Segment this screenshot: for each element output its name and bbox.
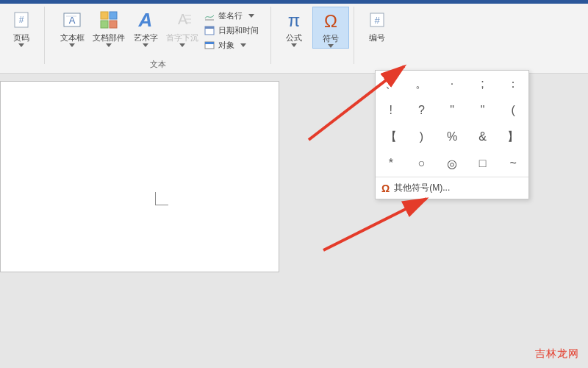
symbol-cell[interactable]: ： (498, 71, 528, 97)
signature-line-button[interactable]: 签名行 (201, 8, 262, 23)
document-canvas[interactable] (0, 81, 279, 272)
symbol-cell[interactable]: " (437, 97, 467, 124)
symbol-cell[interactable]: " (467, 97, 498, 124)
dropdown-icon (248, 14, 254, 18)
svg-text:#: # (19, 15, 24, 25)
dropdown-icon (240, 43, 246, 47)
drop-cap-label: 首字下沉 (166, 32, 198, 43)
symbol-cell[interactable]: · (437, 71, 467, 97)
page-number-icon: # (10, 8, 33, 32)
ribbon: # 页码 A 文本框 文档部件 A (0, 4, 588, 74)
separator (270, 7, 271, 64)
signature-icon (204, 10, 215, 21)
signature-line-label: 签名行 (218, 10, 243, 21)
object-icon (204, 39, 215, 51)
annotation-arrow (316, 191, 448, 258)
number-icon: # (365, 8, 389, 32)
symbol-cell[interactable]: 、 (376, 71, 406, 97)
number-label: 编号 (369, 32, 385, 43)
text-small-list: 签名行 日期和时间 对象 (201, 7, 262, 52)
quick-parts-label: 文档部件 (93, 32, 125, 43)
equation-icon: π (282, 8, 306, 32)
number-button[interactable]: # 编号 (359, 7, 395, 43)
equation-button[interactable]: π 公式 (276, 7, 312, 47)
wordart-label: 艺术字 (134, 32, 158, 43)
svg-rect-6 (110, 12, 117, 19)
dropdown-icon (328, 44, 334, 48)
dropdown-icon (143, 43, 148, 47)
svg-rect-8 (110, 21, 117, 28)
text-group-label: 文本 (49, 59, 266, 70)
date-time-label: 日期和时间 (218, 25, 259, 36)
svg-rect-5 (101, 12, 108, 19)
text-box-label: 文本框 (60, 32, 85, 43)
symbol-cell[interactable]: ; (467, 71, 498, 97)
more-symbols-button[interactable]: Ω 其他符号(M)... (376, 177, 528, 199)
equation-label: 公式 (286, 32, 302, 43)
quick-parts-button[interactable]: 文档部件 (90, 7, 127, 47)
symbol-label: 符号 (323, 33, 339, 44)
page-number-label: 页码 (13, 32, 29, 43)
symbol-cell[interactable]: ! (376, 97, 406, 124)
text-box-icon: A (60, 8, 84, 32)
wordart-button[interactable]: A 艺术字 (127, 7, 164, 47)
svg-rect-18 (205, 42, 214, 44)
wordart-icon: A (134, 8, 157, 32)
svg-line-24 (323, 199, 426, 250)
symbol-cell[interactable]: □ (467, 150, 498, 177)
dropdown-icon (69, 43, 75, 47)
separator (44, 7, 45, 64)
drop-cap-button[interactable]: A 首字下沉 (164, 7, 201, 47)
symbol-cell[interactable]: 。 (406, 71, 437, 97)
svg-rect-16 (205, 26, 214, 29)
symbol-cell[interactable]: ~ (498, 150, 528, 177)
drop-cap-icon: A (171, 8, 194, 32)
symbol-dropdown-panel: 、。·;：!?""(【)%&】*○◎□~ Ω 其他符号(M)... (375, 70, 529, 199)
more-symbols-label: 其他符号(M)... (394, 182, 450, 194)
page-number-button[interactable]: # 页码 (3, 7, 40, 47)
object-button[interactable]: 对象 (201, 38, 262, 52)
svg-text:#: # (374, 15, 380, 26)
symbol-icon: Ω (319, 9, 343, 32)
dropdown-icon (179, 43, 185, 47)
quick-parts-icon (97, 8, 121, 32)
omega-icon: Ω (381, 183, 390, 194)
symbol-cell[interactable]: ? (406, 97, 437, 124)
date-time-icon (204, 24, 215, 36)
dropdown-icon (106, 43, 112, 47)
svg-text:Ω: Ω (324, 11, 337, 31)
symbol-cell[interactable]: ◎ (437, 150, 467, 177)
symbol-cell[interactable]: 】 (498, 124, 528, 150)
svg-rect-7 (101, 21, 108, 28)
watermark: 吉林龙网 (535, 347, 579, 361)
symbol-cell[interactable]: 【 (376, 124, 406, 150)
symbol-button[interactable]: Ω 符号 (312, 7, 349, 49)
symbol-cell[interactable]: & (467, 124, 498, 150)
date-time-button[interactable]: 日期和时间 (201, 23, 262, 38)
svg-text:A: A (138, 9, 153, 31)
dropdown-icon (291, 43, 297, 47)
symbol-cell[interactable]: ( (498, 97, 528, 124)
dropdown-icon (18, 43, 24, 47)
symbol-cell[interactable]: % (437, 124, 467, 150)
text-cursor (155, 192, 168, 205)
svg-text:π: π (288, 10, 301, 30)
object-label: 对象 (218, 40, 234, 51)
text-box-button[interactable]: A 文本框 (54, 7, 90, 47)
symbol-grid: 、。·;：!?""(【)%&】*○◎□~ (376, 71, 528, 177)
separator (354, 7, 354, 64)
symbol-cell[interactable]: ○ (406, 150, 437, 177)
symbol-cell[interactable]: * (376, 150, 406, 177)
text-group: A 文本框 文档部件 A 艺术字 A (49, 7, 266, 73)
symbol-cell[interactable]: ) (406, 124, 437, 150)
